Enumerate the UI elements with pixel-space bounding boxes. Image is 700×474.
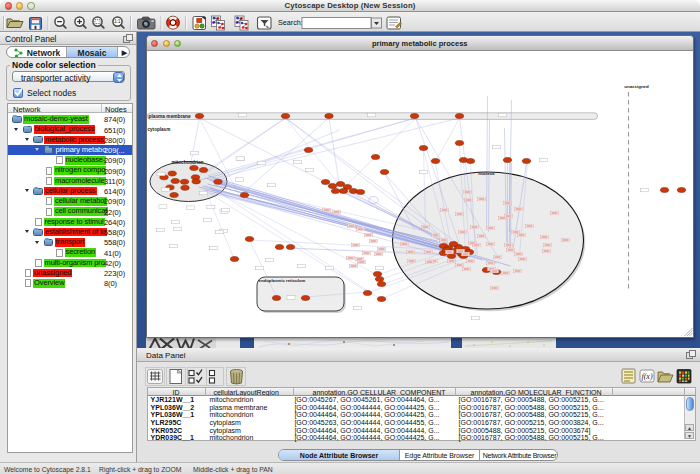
svg-text:unassigned: unassigned bbox=[624, 84, 649, 89]
svg-text:plasma membrane: plasma membrane bbox=[149, 114, 191, 119]
svg-text:f(x): f(x) bbox=[641, 372, 652, 381]
svg-text:Search:: Search: bbox=[278, 18, 303, 27]
svg-text:mitochondrion: mitochondrion bbox=[171, 160, 203, 165]
svg-text:cytoplasm: cytoplasm bbox=[148, 127, 171, 132]
svg-text:1:1: 1:1 bbox=[114, 19, 121, 24]
svg-text:endoplasmic reticulum: endoplasmic reticulum bbox=[259, 278, 306, 283]
svg-text:nucleus: nucleus bbox=[478, 171, 495, 176]
